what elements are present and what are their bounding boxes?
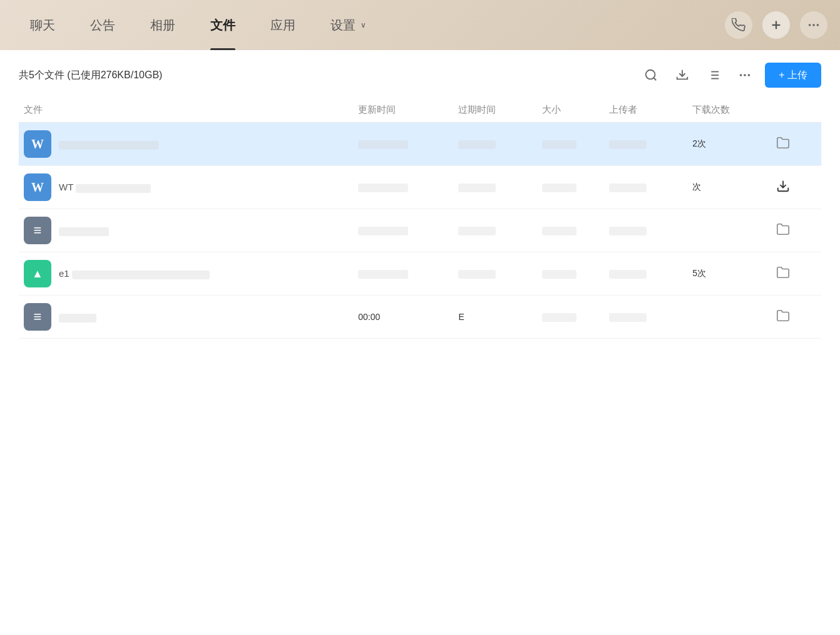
file-action[interactable] bbox=[771, 166, 821, 209]
file-name-blur bbox=[59, 141, 159, 150]
file-count-info: 共5个文件 (已使用276KB/10GB) bbox=[19, 69, 162, 82]
file-expire-time bbox=[453, 123, 537, 166]
file-name-text bbox=[59, 225, 109, 235]
file-update-time: 00:00 bbox=[353, 296, 453, 339]
col-header-downloads: 下载次数 bbox=[687, 98, 771, 123]
file-action[interactable] bbox=[771, 209, 821, 252]
folder-icon[interactable] bbox=[776, 138, 790, 152]
svg-point-4 bbox=[817, 24, 819, 26]
search-button[interactable] bbox=[640, 64, 662, 86]
file-uploader bbox=[604, 123, 688, 166]
file-size bbox=[537, 123, 604, 166]
svg-point-5 bbox=[646, 70, 655, 80]
file-name-cell: ≡ bbox=[19, 209, 353, 252]
col-header-action bbox=[771, 98, 821, 123]
table-row[interactable]: W WT 次 bbox=[19, 166, 821, 209]
tab-files[interactable]: 文件 bbox=[193, 0, 253, 50]
search-icon bbox=[644, 68, 658, 82]
svg-point-2 bbox=[809, 24, 811, 26]
table-row[interactable]: ≡ bbox=[19, 209, 821, 252]
file-name-blur bbox=[72, 271, 210, 279]
col-header-size: 大小 bbox=[537, 98, 604, 123]
file-expire-time: E bbox=[453, 296, 537, 339]
file-uploader bbox=[604, 296, 688, 339]
nav-tabs: 聊天 公告 相册 文件 应用 设置 ∨ bbox=[13, 0, 725, 50]
folder-icon[interactable] bbox=[776, 311, 790, 325]
table-row[interactable]: W 2次 bbox=[19, 123, 821, 166]
upload-button[interactable]: + 上传 bbox=[765, 63, 821, 88]
file-action[interactable] bbox=[771, 296, 821, 339]
file-name-blur bbox=[76, 184, 151, 193]
file-name-cell: ≡ bbox=[19, 296, 353, 339]
svg-point-14 bbox=[740, 74, 742, 76]
file-update-time bbox=[353, 209, 453, 252]
more-button[interactable] bbox=[800, 11, 827, 39]
toolbar-actions: + 上传 bbox=[640, 63, 821, 88]
folder-icon[interactable] bbox=[776, 225, 790, 239]
file-name-text bbox=[59, 311, 96, 322]
nav-right-icons bbox=[725, 11, 827, 39]
file-expire-time bbox=[453, 166, 537, 209]
list-view-button[interactable] bbox=[702, 64, 725, 86]
file-expire-time bbox=[453, 252, 537, 296]
file-name-text: e1 bbox=[59, 268, 210, 279]
download-icon[interactable] bbox=[776, 182, 790, 195]
file-downloads bbox=[687, 209, 771, 252]
file-type-icon: ▲ bbox=[24, 260, 51, 287]
file-type-icon: W bbox=[24, 130, 51, 158]
file-size bbox=[537, 209, 604, 252]
file-name-cell: W WT bbox=[19, 166, 353, 209]
file-name-text: WT bbox=[59, 182, 151, 192]
tab-apps[interactable]: 应用 bbox=[253, 0, 313, 50]
table-row[interactable]: ≡ 00:00E bbox=[19, 296, 821, 339]
col-header-uploader: 上传者 bbox=[604, 98, 688, 123]
tab-notice[interactable]: 公告 bbox=[73, 0, 133, 50]
three-dots-icon bbox=[738, 68, 752, 82]
file-action[interactable] bbox=[771, 123, 821, 166]
file-downloads bbox=[687, 296, 771, 339]
more-icon bbox=[807, 18, 821, 32]
table-header-row: 文件 更新时间 过期时间 大小 上传者 下载次数 bbox=[19, 98, 821, 123]
file-update-time bbox=[353, 252, 453, 296]
svg-point-16 bbox=[748, 74, 750, 76]
file-update-time bbox=[353, 123, 453, 166]
tab-settings[interactable]: 设置 ∨ bbox=[313, 0, 384, 50]
file-name-blur bbox=[59, 227, 109, 236]
col-header-expire-time: 过期时间 bbox=[453, 98, 537, 123]
file-name-cell: W bbox=[19, 123, 353, 166]
file-name-blur bbox=[59, 314, 96, 323]
col-header-update-time: 更新时间 bbox=[353, 98, 453, 123]
file-size bbox=[537, 252, 604, 296]
list-icon bbox=[707, 68, 720, 82]
call-icon bbox=[732, 18, 745, 32]
file-expire-time bbox=[453, 209, 537, 252]
plus-icon bbox=[769, 18, 783, 32]
file-name-text bbox=[59, 138, 159, 149]
file-size bbox=[537, 296, 604, 339]
svg-point-15 bbox=[744, 74, 746, 76]
more-options-button[interactable] bbox=[734, 64, 756, 86]
file-size bbox=[537, 166, 604, 209]
inbox-icon bbox=[675, 68, 689, 82]
file-downloads: 5次 bbox=[687, 252, 771, 296]
tab-album[interactable]: 相册 bbox=[133, 0, 193, 50]
tab-chat[interactable]: 聊天 bbox=[13, 0, 73, 50]
col-header-file: 文件 bbox=[19, 98, 353, 123]
main-content: 共5个文件 (已使用276KB/10GB) bbox=[0, 50, 840, 635]
call-button[interactable] bbox=[725, 11, 752, 39]
file-update-time bbox=[353, 166, 453, 209]
top-navigation: 聊天 公告 相册 文件 应用 设置 ∨ bbox=[0, 0, 840, 50]
svg-point-3 bbox=[812, 24, 815, 26]
inbox-button[interactable] bbox=[671, 64, 694, 86]
file-name-cell: ▲ e1 bbox=[19, 252, 353, 296]
settings-chevron-icon: ∨ bbox=[361, 21, 366, 29]
svg-line-6 bbox=[653, 78, 656, 80]
file-action[interactable] bbox=[771, 252, 821, 296]
file-table: 文件 更新时间 过期时间 大小 上传者 下载次数 W 2次 bbox=[19, 98, 821, 339]
folder-icon[interactable] bbox=[776, 268, 790, 282]
file-downloads: 2次 bbox=[687, 123, 771, 166]
add-button[interactable] bbox=[762, 11, 790, 39]
file-uploader bbox=[604, 166, 688, 209]
file-type-icon: W bbox=[24, 173, 51, 201]
table-row[interactable]: ▲ e1 5次 bbox=[19, 252, 821, 296]
